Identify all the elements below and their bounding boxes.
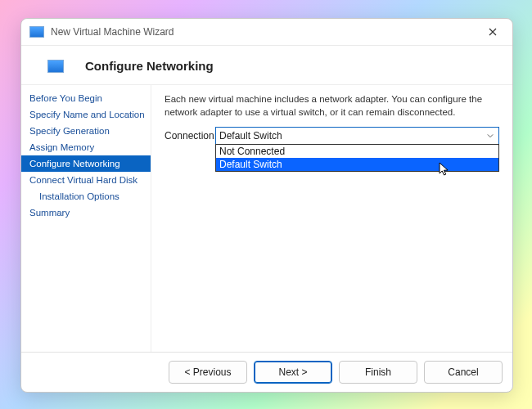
previous-button[interactable]: < Previous xyxy=(169,361,247,384)
next-button[interactable]: Next > xyxy=(254,361,332,384)
chevron-down-icon xyxy=(485,133,495,139)
step-assign-memory[interactable]: Assign Memory xyxy=(21,139,151,155)
page-description: Each new virtual machine includes a netw… xyxy=(165,93,499,119)
option-default-switch[interactable]: Default Switch xyxy=(216,158,498,171)
app-icon xyxy=(29,26,44,38)
connection-row: Connection: Default Switch Not Connected… xyxy=(165,127,499,145)
page-header: Configure Networking xyxy=(21,46,512,85)
page-title: Configure Networking xyxy=(85,59,214,73)
connection-dropdown: Not Connected Default Switch xyxy=(215,144,499,172)
step-connect-vhd[interactable]: Connect Virtual Hard Disk xyxy=(21,172,151,188)
step-specify-name[interactable]: Specify Name and Location xyxy=(21,106,151,123)
close-icon xyxy=(489,28,497,36)
step-summary[interactable]: Summary xyxy=(21,204,151,221)
close-button[interactable] xyxy=(481,20,504,43)
step-configure-networking[interactable]: Configure Networking xyxy=(21,155,151,172)
cancel-button[interactable]: Cancel xyxy=(424,361,503,384)
footer: < Previous Next > Finish Cancel xyxy=(21,352,512,392)
content-pane: Each new virtual machine includes a netw… xyxy=(151,85,512,352)
connection-combo: Default Switch Not Connected Default Swi… xyxy=(215,127,499,145)
steps-sidebar: Before You Begin Specify Name and Locati… xyxy=(21,85,151,352)
step-specify-generation[interactable]: Specify Generation xyxy=(21,123,151,139)
wizard-body: Before You Begin Specify Name and Locati… xyxy=(21,85,512,352)
connection-value: Default Switch xyxy=(219,130,282,142)
window-title: New Virtual Machine Wizard xyxy=(51,26,481,38)
titlebar: New Virtual Machine Wizard xyxy=(21,19,512,46)
step-installation-options[interactable]: Installation Options xyxy=(21,188,151,204)
option-not-connected[interactable]: Not Connected xyxy=(216,145,498,158)
connection-label: Connection: xyxy=(165,130,215,142)
connection-select[interactable]: Default Switch xyxy=(215,127,499,145)
wizard-window: New Virtual Machine Wizard Configure Net… xyxy=(20,18,513,393)
page-icon xyxy=(47,60,64,73)
step-before-you-begin[interactable]: Before You Begin xyxy=(21,90,151,106)
finish-button[interactable]: Finish xyxy=(339,361,417,384)
